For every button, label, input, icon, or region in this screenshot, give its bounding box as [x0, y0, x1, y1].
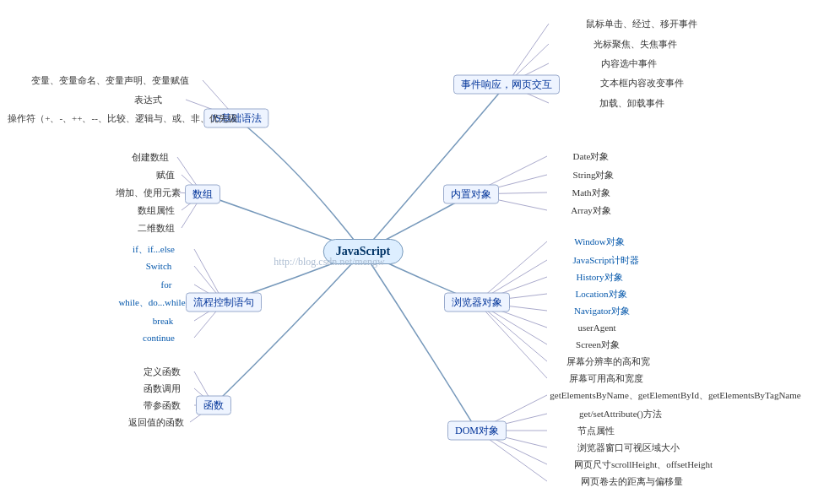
leaf-viewport: 浏览器窗口可视区域大小	[574, 441, 683, 455]
leaf-screen: Screen对象	[572, 338, 623, 352]
leaf-call-func: 函数调用	[140, 382, 184, 396]
leaf-useragent: userAgent	[574, 322, 619, 333]
leaf-math: Math对象	[568, 186, 613, 200]
leaf-continue: continue	[139, 332, 178, 344]
leaf-operators: 操作符（+、-、++、--、比较、逻辑与、或、非、优先级	[4, 111, 241, 126]
leaf-expression: 表达式	[131, 93, 165, 107]
leaf-load-event: 加载、卸载事件	[596, 96, 668, 111]
leaf-array-assign: 赋值	[153, 168, 178, 182]
leaf-create-array: 创建数组	[128, 150, 172, 165]
leaf-for: for	[158, 279, 176, 290]
leaf-screen-avail: 屏幕可用高和宽度	[566, 371, 647, 386]
branch-browser: 浏览器对象	[444, 293, 510, 312]
leaf-screen-res: 屏幕分辨率的高和宽	[563, 355, 653, 369]
leaf-focus-event: 光标聚焦、失焦事件	[590, 37, 680, 51]
leaf-location: Location对象	[572, 287, 630, 301]
leaf-getsetattr: get/setAttribute()方法	[576, 407, 665, 421]
leaf-while: while、do...while	[115, 295, 188, 310]
branch-flow: 流程控制语句	[186, 293, 262, 312]
leaf-2d-array: 二维数组	[134, 221, 178, 236]
branch-func: 函数	[196, 396, 231, 415]
leaf-define-func: 定义函数	[140, 365, 184, 379]
leaf-navigator: Navigator对象	[571, 304, 633, 318]
leaf-js-timer: JavaScript计时器	[570, 253, 643, 268]
branch-array: 数组	[185, 185, 220, 204]
branch-builtin: 内置对象	[443, 185, 499, 204]
leaf-array-use: 增加、使用元素	[112, 186, 184, 200]
leaf-date: Date对象	[570, 149, 613, 164]
leaf-return-func: 返回值的函数	[125, 415, 187, 430]
leaf-getelements: getElementsByName、getElementById、getElem…	[546, 388, 804, 403]
leaf-variables: 变量、变量命名、变量声明、变量赋值	[28, 73, 192, 88]
leaf-window: Window对象	[571, 235, 627, 249]
leaf-array-obj: Array对象	[567, 203, 615, 218]
leaf-select-event: 内容选中事件	[598, 57, 660, 71]
leaf-break: break	[149, 315, 176, 327]
branch-dom: DOM对象	[447, 421, 507, 441]
leaf-mouse-event: 鼠标单击、经过、移开事件	[583, 17, 701, 31]
leaf-if: if、if...else	[129, 242, 178, 257]
leaf-switch: Switch	[143, 260, 176, 272]
leaf-param-func: 带参函数	[140, 398, 184, 413]
leaf-array-prop: 数组属性	[134, 203, 178, 218]
leaf-scroll-height: 网页尺寸scrollHeight、offsetHeight	[571, 458, 716, 472]
leaf-history: History对象	[573, 270, 626, 285]
branch-event: 事件响应，网页交互	[453, 75, 560, 95]
leaf-change-event: 文本框内容改变事件	[597, 76, 687, 90]
leaf-string: String对象	[570, 168, 618, 182]
center-node: JavaScript	[323, 239, 404, 264]
svg-line-35	[477, 302, 547, 378]
leaf-scroll-offset: 网页卷去的距离与偏移量	[577, 474, 686, 489]
mind-map: JavaScript http://blog.csdn.net/mengw JS…	[0, 0, 813, 504]
leaf-node-prop: 节点属性	[574, 424, 618, 438]
